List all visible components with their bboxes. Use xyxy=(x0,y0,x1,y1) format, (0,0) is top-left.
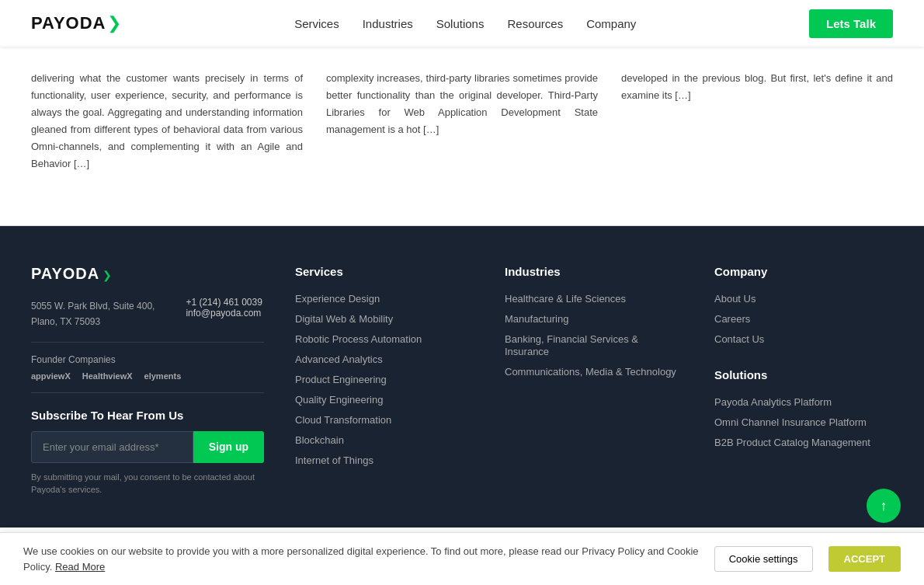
list-item: Experience Design xyxy=(295,292,474,305)
subscribe-form: Sign up xyxy=(31,431,264,463)
footer-solutions-title: Solutions xyxy=(714,368,893,381)
footer-company-list: About Us Careers Contact Us xyxy=(714,292,893,345)
list-item: Robotic Process Automation xyxy=(295,333,474,345)
nav-solutions[interactable]: Solutions xyxy=(436,17,485,30)
footer-logo[interactable]: PAYODA ❯ xyxy=(31,265,264,283)
nav-company[interactable]: Company xyxy=(586,17,636,30)
nav-resources[interactable]: Resources xyxy=(507,17,563,30)
list-item: About Us xyxy=(714,292,893,305)
list-item: Blockchain xyxy=(295,434,474,446)
solution-omni[interactable]: Omni Channel Insurance Platform xyxy=(714,416,867,428)
footer-address: 5055 W. Park Blvd, Suite 400,Plano, TX 7… xyxy=(31,298,155,330)
list-item: Digital Web & Mobility xyxy=(295,312,474,325)
subscribe-note: By submitting your mail, you consent to … xyxy=(31,471,264,496)
list-item: Omni Channel Insurance Platform xyxy=(714,416,893,428)
footer-brand-col: PAYODA ❯ 5055 W. Park Blvd, Suite 400,Pl… xyxy=(31,265,264,496)
footer: PAYODA ❯ 5055 W. Park Blvd, Suite 400,Pl… xyxy=(0,226,924,528)
company-contact[interactable]: Contact Us xyxy=(714,333,764,345)
footer-services-list: Experience Design Digital Web & Mobility… xyxy=(295,292,474,466)
email-input[interactable] xyxy=(31,431,193,463)
footer-solutions-list: Payoda Analytics Platform Omni Channel I… xyxy=(714,395,893,448)
solution-analytics[interactable]: Payoda Analytics Platform xyxy=(714,396,832,408)
footer-company-col: Company About Us Careers Contact Us Solu… xyxy=(714,265,893,496)
logo-arrow: ❯ xyxy=(107,13,121,33)
scroll-top-arrow-icon: ↑ xyxy=(881,498,888,514)
scroll-top-button[interactable]: ↑ xyxy=(867,489,901,523)
service-experience-design[interactable]: Experience Design xyxy=(295,293,380,305)
lets-talk-button[interactable]: Lets Talk xyxy=(809,9,893,38)
list-item: Communications, Media & Technology xyxy=(505,365,683,378)
navigation: PAYODA ❯ Services Industries Solutions R… xyxy=(0,0,924,47)
list-item: Manufacturing xyxy=(505,312,683,325)
industry-healthcare[interactable]: Healthcare & Life Sciences xyxy=(505,293,626,305)
footer-industries-title: Industries xyxy=(505,265,683,278)
article-2: complexity increases, third-party librar… xyxy=(326,70,598,173)
nav-industries[interactable]: Industries xyxy=(363,17,413,30)
footer-top: PAYODA ❯ 5055 W. Park Blvd, Suite 400,Pl… xyxy=(31,265,893,528)
nav-links: Services Industries Solutions Resources … xyxy=(294,17,636,30)
solution-b2b[interactable]: B2B Product Catalog Management xyxy=(714,437,870,448)
subscribe-title: Subscribe To Hear From Us xyxy=(31,409,264,422)
service-iot[interactable]: Internet of Things xyxy=(295,454,373,466)
list-item: Quality Engineering xyxy=(295,393,474,406)
list-item: Cloud Transformation xyxy=(295,413,474,426)
list-item: Internet of Things xyxy=(295,454,474,466)
service-robotic[interactable]: Robotic Process Automation xyxy=(295,333,422,345)
logo[interactable]: PAYODA ❯ xyxy=(31,13,121,33)
nav-services[interactable]: Services xyxy=(294,17,339,30)
list-item: Advanced Analytics xyxy=(295,353,474,365)
industry-manufacturing[interactable]: Manufacturing xyxy=(505,313,568,325)
footer-logo-arrow: ❯ xyxy=(102,269,112,281)
article-1: delivering what the customer wants preci… xyxy=(31,70,303,173)
founders-label: Founder Companies xyxy=(31,354,264,365)
footer-email: info@payoda.com xyxy=(186,308,262,319)
service-digital-web[interactable]: Digital Web & Mobility xyxy=(295,313,393,325)
service-analytics[interactable]: Advanced Analytics xyxy=(295,353,383,365)
service-product-eng[interactable]: Product Engineering xyxy=(295,374,387,385)
founder-logos: appviewX HealthviewX elyments xyxy=(31,371,264,381)
articles-grid: delivering what the customer wants preci… xyxy=(31,70,893,173)
footer-services-col: Services Experience Design Digital Web &… xyxy=(295,265,474,496)
company-careers[interactable]: Careers xyxy=(714,313,750,325)
list-item: Contact Us xyxy=(714,333,893,345)
company-about[interactable]: About Us xyxy=(714,293,756,305)
footer-divider-2 xyxy=(31,392,264,393)
footer-industries-col: Industries Healthcare & Life Sciences Ma… xyxy=(505,265,683,496)
signup-button[interactable]: Sign up xyxy=(193,431,264,463)
industry-communications[interactable]: Communications, Media & Technology xyxy=(505,366,676,378)
founder-appviewx: appviewX xyxy=(31,371,71,381)
footer-logo-text: PAYODA xyxy=(31,265,99,282)
list-item: Healthcare & Life Sciences xyxy=(505,292,683,305)
list-item: Banking, Financial Services & Insurance xyxy=(505,333,683,357)
footer-services-title: Services xyxy=(295,265,474,278)
list-item: Payoda Analytics Platform xyxy=(714,395,893,408)
logo-text: PAYODA xyxy=(31,13,106,33)
footer-company-title: Company xyxy=(714,265,893,278)
service-blockchain[interactable]: Blockchain xyxy=(295,434,344,446)
list-item: Product Engineering xyxy=(295,373,474,385)
main-content: delivering what the customer wants preci… xyxy=(0,47,924,225)
footer-divider-1 xyxy=(31,342,264,343)
founder-elyments: elyments xyxy=(144,371,182,381)
list-item: B2B Product Catalog Management xyxy=(714,436,893,448)
footer-industries-list: Healthcare & Life Sciences Manufacturing… xyxy=(505,292,683,378)
footer-phone: +1 (214) 461 0039 xyxy=(186,297,262,308)
industry-banking[interactable]: Banking, Financial Services & Insurance xyxy=(505,333,638,357)
service-cloud[interactable]: Cloud Transformation xyxy=(295,414,391,426)
service-quality-eng[interactable]: Quality Engineering xyxy=(295,394,383,406)
founder-healthviewx: HealthviewX xyxy=(82,371,133,381)
list-item: Careers xyxy=(714,312,893,325)
article-3: developed in the previous blog. But firs… xyxy=(621,70,893,173)
